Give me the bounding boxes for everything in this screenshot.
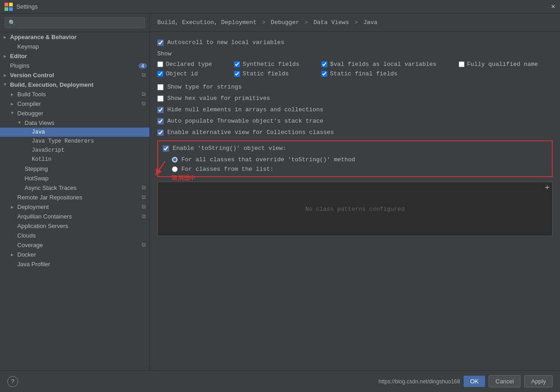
sidebar-item-label: Deployment bbox=[17, 203, 49, 210]
val-fields-checkbox[interactable] bbox=[321, 61, 327, 67]
arrow-icon bbox=[4, 82, 10, 87]
sidebar-item-build-tools[interactable]: Build Tools ⧉ bbox=[0, 89, 150, 99]
sidebar-item-label: Java Type Renderers bbox=[32, 138, 94, 144]
show-hex-row: Show hex value for primitives bbox=[157, 95, 553, 102]
sidebar-item-java[interactable]: Java bbox=[0, 128, 150, 137]
sidebar-item-kotlin[interactable]: Kotlin bbox=[0, 155, 150, 164]
sidebar-item-label: Build Tools bbox=[17, 91, 46, 98]
hide-null-label: Hide null elements in arrays and collect… bbox=[167, 106, 323, 113]
copy-icon: ⧉ bbox=[142, 185, 146, 191]
sidebar-item-javascript[interactable]: JavaScript bbox=[0, 146, 150, 155]
sidebar-item-label: Data Views bbox=[25, 119, 55, 126]
static-final-label: Static final fields bbox=[330, 70, 397, 77]
show-type-strings-checkbox[interactable] bbox=[157, 84, 164, 90]
sidebar-item-label: Clouds bbox=[17, 232, 35, 239]
autoscroll-row: Autoscroll to new local variables bbox=[157, 39, 553, 46]
show-cell-fully-qualified: Fully qualified name bbox=[459, 61, 553, 68]
autoscroll-checkbox[interactable] bbox=[157, 40, 164, 46]
enable-tostring-checkbox[interactable] bbox=[163, 145, 169, 152]
sidebar-item-label: JavaScript bbox=[32, 147, 65, 154]
radio-all-classes[interactable] bbox=[172, 157, 178, 163]
sidebar-item-appearance[interactable]: Appearance & Behavior bbox=[0, 32, 150, 42]
sidebar-item-clouds[interactable]: Clouds bbox=[0, 231, 150, 240]
sidebar-item-debugger[interactable]: Debugger bbox=[0, 109, 150, 118]
sidebar-item-hotswap[interactable]: HotSwap bbox=[0, 174, 150, 183]
search-input[interactable] bbox=[5, 17, 145, 28]
static-final-checkbox[interactable] bbox=[321, 71, 327, 77]
sidebar-item-stepping[interactable]: Stepping bbox=[0, 164, 150, 174]
show-hex-checkbox[interactable] bbox=[157, 95, 164, 102]
apply-button[interactable]: Apply bbox=[524, 375, 553, 387]
title-bar: Settings ✕ bbox=[0, 0, 560, 14]
sidebar-item-deployment[interactable]: Deployment ⧉ bbox=[0, 202, 150, 212]
sidebar-item-data-views[interactable]: Data Views bbox=[0, 118, 150, 128]
static-fields-checkbox[interactable] bbox=[234, 71, 240, 77]
breadcrumb: Build, Execution, Deployment > Debugger … bbox=[150, 14, 560, 32]
sidebar-item-application-servers[interactable]: Application Servers bbox=[0, 221, 150, 231]
sidebar-item-editor[interactable]: Editor bbox=[0, 51, 150, 61]
sidebar-item-label: Arquillian Containers bbox=[17, 213, 72, 220]
app-icon bbox=[5, 3, 13, 11]
content-area: Appearance & Behavior Keymap Editor Plug… bbox=[0, 14, 560, 370]
sidebar-item-arquillian[interactable]: Arquillian Containers ⧉ bbox=[0, 212, 150, 221]
sidebar-item-docker[interactable]: Docker bbox=[0, 250, 150, 259]
cancel-button[interactable]: Cancel bbox=[489, 375, 520, 387]
breadcrumb-part1: Build, Execution, Deployment bbox=[157, 19, 256, 26]
breadcrumb-part4: Java bbox=[363, 19, 377, 26]
sidebar-item-label: Plugins bbox=[10, 62, 30, 69]
sidebar-item-label: HotSwap bbox=[25, 175, 49, 182]
sidebar-item-remote-jar-repos[interactable]: Remote Jar Repositories ⧉ bbox=[0, 193, 150, 202]
sidebar-item-java-profiler[interactable]: Java Profiler bbox=[0, 259, 150, 269]
sidebar-item-label: Stepping bbox=[25, 165, 48, 172]
show-cell-val-fields: $val fields as local variables bbox=[321, 61, 451, 68]
object-id-checkbox[interactable] bbox=[157, 71, 163, 77]
sidebar-item-plugins[interactable]: Plugins 4 bbox=[0, 61, 150, 70]
help-button[interactable]: ? bbox=[7, 376, 18, 387]
copy-icon: ⧉ bbox=[142, 194, 146, 201]
sidebar-item-version-control[interactable]: Version Control ⧉ bbox=[0, 70, 150, 80]
enable-alt-view-checkbox[interactable] bbox=[157, 129, 164, 136]
svg-rect-0 bbox=[5, 3, 8, 6]
sidebar: Appearance & Behavior Keymap Editor Plug… bbox=[0, 14, 150, 370]
sidebar-item-label: Build, Execution, Deployment bbox=[10, 81, 93, 88]
arrow-icon bbox=[11, 101, 17, 107]
auto-populate-checkbox[interactable] bbox=[157, 118, 164, 124]
static-fields-label: Static fields bbox=[243, 70, 289, 77]
show-cell-synthetic: Synthetic fields bbox=[234, 61, 314, 68]
arrow-icon bbox=[4, 73, 10, 78]
tooltip-annotation: 取消选中 bbox=[172, 174, 195, 182]
radio-classes-list[interactable] bbox=[172, 166, 178, 172]
enable-alt-view-label: Enable alternative view for Collections … bbox=[167, 129, 334, 136]
right-panel: Build, Execution, Deployment > Debugger … bbox=[150, 14, 560, 370]
plugins-badge: 4 bbox=[139, 63, 147, 69]
arrow-icon bbox=[4, 54, 10, 59]
arrow-icon bbox=[18, 120, 25, 125]
sidebar-item-label: Coverage bbox=[17, 242, 43, 248]
hide-null-checkbox[interactable] bbox=[157, 107, 164, 113]
arrow-icon bbox=[11, 252, 17, 258]
add-pattern-button[interactable]: + bbox=[542, 182, 552, 194]
enable-tostring-row: Enable 'toString()' object view: bbox=[163, 145, 547, 152]
show-type-strings-label: Show type for strings bbox=[167, 84, 242, 90]
radio-all-classes-label: For all classes that override 'toString(… bbox=[181, 156, 355, 163]
copy-icon: ⧉ bbox=[142, 91, 146, 98]
sidebar-item-build-execution[interactable]: Build, Execution, Deployment bbox=[0, 80, 150, 89]
radio-classes-list-row: For classes from the list: bbox=[172, 166, 274, 173]
ok-button[interactable]: OK bbox=[464, 376, 485, 387]
sidebar-item-label: Keymap bbox=[17, 43, 39, 50]
sidebar-item-java-type-renderers[interactable]: Java Type Renderers bbox=[0, 137, 150, 146]
sidebar-item-compiler[interactable]: Compiler ⧉ bbox=[0, 99, 150, 109]
show-cell-static-fields: Static fields bbox=[234, 70, 314, 77]
synthetic-fields-checkbox[interactable] bbox=[234, 61, 240, 67]
class-patterns-list: No class patterns configured + bbox=[157, 182, 553, 236]
declared-type-checkbox[interactable] bbox=[157, 61, 163, 67]
close-button[interactable]: ✕ bbox=[551, 3, 555, 10]
fully-qualified-checkbox[interactable] bbox=[459, 61, 465, 67]
copy-icon: ⧉ bbox=[142, 213, 146, 220]
sidebar-item-label: Docker bbox=[17, 251, 36, 258]
sidebar-item-label: Debugger bbox=[17, 110, 43, 117]
sidebar-item-async-stack-traces[interactable]: Async Stack Traces ⧉ bbox=[0, 183, 150, 193]
sidebar-item-coverage[interactable]: Coverage ⧉ bbox=[0, 240, 150, 250]
sidebar-item-keymap[interactable]: Keymap bbox=[0, 42, 150, 51]
show-cell-static-final: Static final fields bbox=[321, 70, 451, 77]
